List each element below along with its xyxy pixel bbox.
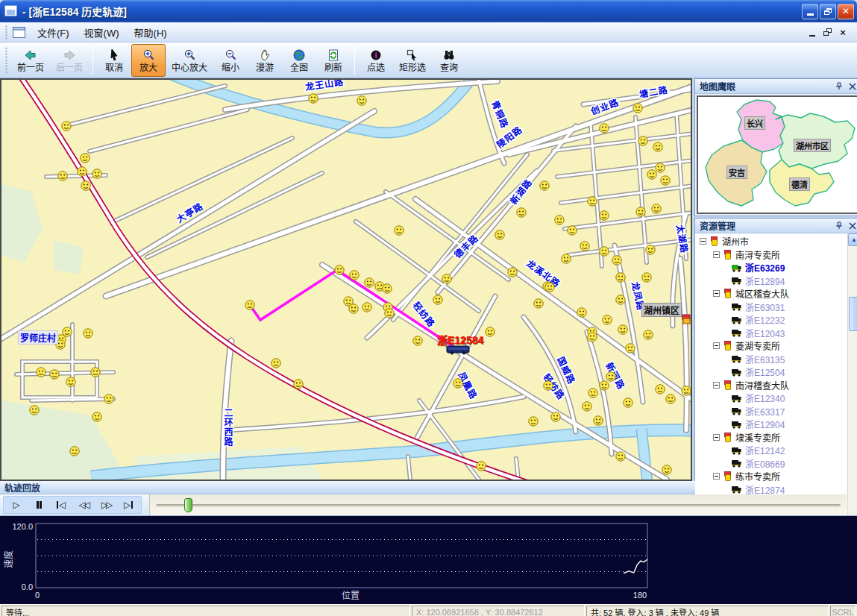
tree-vehicle-row[interactable]: 浙E12340 [698,392,847,405]
menu-help[interactable]: 帮助(H) [127,23,175,42]
vehicle-smiley-marker[interactable] [334,265,345,275]
rect-select-button[interactable]: 矩形选 [393,44,432,77]
vehicle-smiley-marker[interactable] [582,401,592,412]
tree-vehicle-row[interactable]: 浙E63031 [698,301,847,314]
vehicle-smiley-marker[interactable] [660,175,671,186]
vehicle-smiley-marker[interactable] [643,330,653,340]
vehicle-smiley-marker[interactable] [384,308,395,318]
vehicle-smiley-marker[interactable] [612,255,622,265]
vehicle-smiley-marker[interactable] [528,416,539,427]
vehicle-smiley-marker[interactable] [638,136,648,146]
vehicle-smiley-marker[interactable] [615,272,626,283]
tree-vehicle-row[interactable]: 浙E12043 [698,327,847,340]
tree-group-row[interactable]: 城区稽查大队 [698,287,847,301]
vehicle-smiley-marker[interactable] [665,394,676,404]
skip-end-button[interactable]: ▷ [117,497,139,513]
tree-group-row[interactable]: 菱湖专卖所 [698,339,847,353]
collapse-icon[interactable] [713,290,720,297]
vehicle-smiley-marker[interactable] [293,379,304,389]
vehicle-smiley-marker[interactable] [394,225,404,236]
eagle-eye-map[interactable]: 长兴 湖州市区 安吉 德清 [697,95,857,214]
vehicle-smiley-marker[interactable] [623,397,633,408]
vehicle-smiley-marker[interactable] [588,388,598,398]
close-icon[interactable] [848,82,857,91]
vehicle-smiley-marker[interactable] [349,270,360,280]
tree-root-row[interactable]: 湖州市 [698,235,847,248]
vehicle-smiley-marker[interactable] [382,283,392,294]
vehicle-smiley-marker[interactable] [412,336,423,346]
zoom-in-button[interactable]: 放大 [131,44,166,77]
vehicle-smiley-marker[interactable] [539,180,550,191]
query-button[interactable]: 查询 [432,44,466,77]
mdi-close-button[interactable]: × [838,28,848,37]
vehicle-smiley-marker[interactable] [599,380,609,391]
vehicle-smiley-marker[interactable] [453,378,463,389]
vehicle-smiley-marker[interactable] [69,446,80,456]
vehicle-smiley-marker[interactable] [271,358,281,368]
center-zoom-button[interactable]: 中心放大 [166,44,213,77]
vehicle-smiley-marker[interactable] [92,169,102,179]
vehicle-smiley-marker[interactable] [580,241,590,251]
vehicle-smiley-marker[interactable] [433,295,443,305]
vehicle-smiley-marker[interactable] [90,367,101,377]
vehicle-smiley-marker[interactable] [635,207,646,217]
zoom-out-button[interactable]: 缩小 [213,44,248,77]
vehicle-smiley-marker[interactable] [577,307,587,318]
slider-track[interactable] [156,504,841,506]
vehicle-smiley-marker[interactable] [364,277,374,288]
vehicle-smiley-marker[interactable] [567,225,577,236]
playback-slider[interactable] [149,494,847,515]
tree-group-row[interactable]: 南浔稽查大队 [698,379,847,392]
tree-vehicle-row[interactable]: 浙E12142 [698,444,847,457]
next-page-button[interactable]: 后一页 [50,44,89,77]
vehicle-smiley-marker[interactable] [647,169,657,180]
pause-button[interactable] [28,497,50,513]
vehicle-smiley-marker[interactable] [104,394,114,404]
vehicle-smiley-marker[interactable] [308,93,318,104]
mdi-restore-button[interactable] [823,28,832,36]
collapse-icon[interactable] [713,434,720,441]
restore-button[interactable] [820,4,836,19]
play-button[interactable]: ▷ [5,497,28,513]
collapse-icon[interactable] [713,251,720,258]
vehicle-smiley-marker[interactable] [362,302,372,312]
vehicle-smiley-marker[interactable] [80,153,90,163]
cancel-button[interactable]: 取消 [97,44,131,77]
fast-forward-button[interactable]: ▷▷ [95,497,117,513]
vehicle-smiley-marker[interactable] [615,295,626,305]
vehicle-smiley-marker[interactable] [681,386,691,396]
tree-vehicle-row[interactable]: 浙E63317 [698,405,847,418]
vehicle-smiley-marker[interactable] [442,274,452,284]
vehicle-smiley-marker[interactable] [485,327,495,337]
tree-vehicle-row[interactable]: 浙E12904 [698,418,847,431]
vehicle-smiley-marker[interactable] [599,123,609,133]
vehicle-smiley-marker[interactable] [476,461,486,471]
vehicle-smiley-marker[interactable] [587,196,597,207]
vehicle-smiley-marker[interactable] [651,204,662,214]
scroll-thumb[interactable] [849,297,857,331]
vehicle-smiley-marker[interactable] [66,377,76,387]
tree-vehicle-row[interactable]: 浙E08669 [698,457,847,471]
refresh-button[interactable]: 刷新 [316,44,351,77]
vehicle-smiley-marker[interactable] [550,412,561,422]
tree-vehicle-row[interactable]: 浙E63135 [698,353,847,366]
tree-vehicle-row[interactable]: 浙E12894 [698,274,847,288]
vehicle-smiley-marker[interactable] [357,95,367,106]
vehicle-smiley-marker[interactable] [36,367,46,377]
vehicle-smiley-marker[interactable] [641,272,652,283]
vehicle-smiley-marker[interactable] [495,230,505,240]
scroll-up-button[interactable]: ▲ [848,233,857,246]
vehicle-smiley-marker[interactable] [602,315,612,325]
tree-group-row[interactable]: 埭溪专卖所 [698,431,847,444]
vehicle-smiley-marker[interactable] [625,343,635,353]
vehicle-smiley-marker[interactable] [632,103,643,113]
rewind-button[interactable]: ◁◁ [72,497,95,513]
tree-vehicle-row[interactable]: 浙E12504 [698,365,847,379]
close-button[interactable]: ✕ [838,4,854,19]
vehicle-smiley-marker[interactable] [245,300,255,310]
vehicle-smiley-marker[interactable] [587,332,597,342]
collapse-icon[interactable] [713,342,720,349]
vehicle-smiley-marker[interactable] [533,298,544,309]
pan-button[interactable]: 漫游 [248,44,282,77]
tree-group-row[interactable]: 南浔专卖所 [698,248,847,262]
